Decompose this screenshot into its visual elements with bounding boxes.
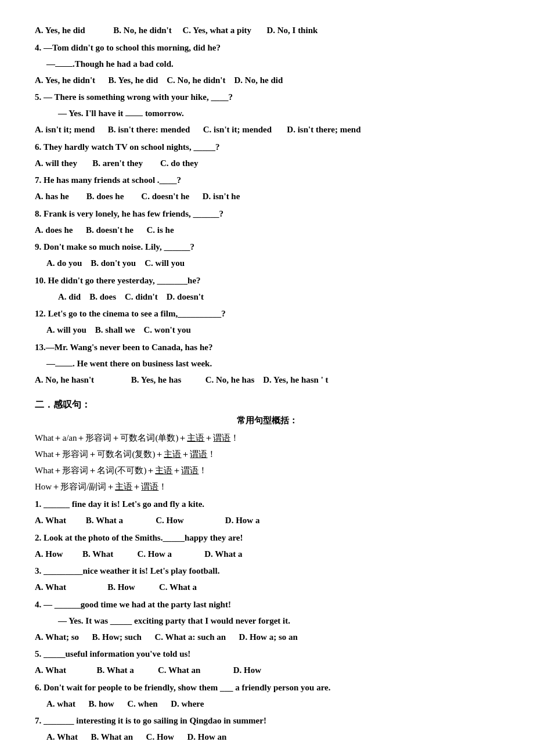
- p2-q7-question: 7. _______ interesting it is to go saili…: [35, 714, 499, 728]
- p2-q3-question: 3. _________nice weather it is! Let's pl…: [35, 564, 499, 578]
- p2-q3-options: A. What B. How C. What a: [35, 580, 499, 595]
- p2-q4-dialog: — Yes. It was _____ exciting party that …: [58, 614, 499, 628]
- q7-question: 7. He has many friends at school .____?: [35, 173, 499, 187]
- p2-q5-options: A. What B. What a C. What an D. How: [35, 663, 499, 678]
- q4-options: A. Yes, he didn't B. Yes, he did C. No, …: [35, 73, 499, 88]
- q4-dialog: —.Though he had a bad cold.: [46, 57, 499, 71]
- p2-q1-question: 1. ______ fine day it is! Let's go and f…: [35, 497, 499, 511]
- prev-options: A. Yes, he did B. No, he didn't C. Yes, …: [35, 23, 499, 38]
- q6-question: 6. They hardly watch TV on school nights…: [35, 140, 499, 154]
- part2-subtitle: 常用句型概括：: [35, 413, 499, 427]
- q12-options: A. will you B. shall we C. won't you: [46, 323, 499, 338]
- q8-options: A. does he B. doesn't he C. is he: [35, 223, 499, 238]
- pattern4: How＋形容词/副词＋主语＋谓语！: [35, 480, 499, 494]
- q9-question: 9. Don't make so much noise. Lily, _____…: [35, 240, 499, 254]
- q6-options: A. will they B. aren't they C. do they: [35, 156, 499, 171]
- p2-q2-options: A. How B. What C. How a D. What a: [35, 547, 499, 562]
- p2-q6-options: A. what B. how C. when D. where: [46, 697, 499, 712]
- pattern1: What＋a/an＋形容词＋可数名词(单数)＋主语＋谓语！: [35, 431, 499, 445]
- q5-options: A. isn't it; mend B. isn't there: mended…: [35, 123, 499, 138]
- q7-options: A. has he B. does he C. doesn't he D. is…: [35, 189, 499, 204]
- q10-options: A. did B. does C. didn't D. doesn't: [58, 290, 499, 305]
- p2-q7-options: A. What B. What an C. How D. How an: [46, 730, 499, 745]
- p2-q5-question: 5. _____useful information you've told u…: [35, 647, 499, 661]
- q8-question: 8. Frank is very lonely, he has few frie…: [35, 207, 499, 221]
- part2-title: 二．感叹句：: [35, 399, 499, 411]
- q10-question: 10. He didn't go there yesterday, ______…: [35, 273, 499, 287]
- part2-section: 二．感叹句： 常用句型概括： What＋a/an＋形容词＋可数名词(单数)＋主语…: [35, 399, 499, 745]
- q12-question: 12. Let's go to the cinema to see a film…: [35, 307, 499, 321]
- p2-q2-question: 2. Look at the photo of the Smiths._____…: [35, 531, 499, 545]
- q4-question: 4. —Tom didn't go to school this morning…: [35, 41, 499, 55]
- q5-question: 5. — There is something wrong with your …: [35, 90, 499, 104]
- q13-options: A. No, he hasn't B. Yes, he has C. No, h…: [35, 373, 499, 388]
- q9-options: A. do you B. don't you C. will you: [46, 256, 499, 271]
- p2-q6-question: 6. Don't wait for people to be friendly,…: [35, 681, 499, 694]
- p2-q4-options: A. What; so B. How; such C. What a: such…: [35, 630, 499, 645]
- pattern2: What＋形容词＋可数名词(复数)＋主语＋谓语！: [35, 447, 499, 461]
- q13-question: 13.—Mr. Wang's never been to Canada, has…: [35, 340, 499, 354]
- p2-q4-question: 4. — ______good time we had at the party…: [35, 597, 499, 611]
- p2-q1-options: A. What B. What a C. How D. How a: [35, 513, 499, 528]
- q5-dialog: — Yes. I'll have it tomorrow.: [58, 106, 499, 120]
- pattern3: What＋形容词＋名词(不可数)＋主语＋谓语！: [35, 463, 499, 477]
- q13-dialog: —. He went there on business last week.: [46, 357, 499, 370]
- page-content: A. Yes, he did B. No, he didn't C. Yes, …: [35, 23, 499, 745]
